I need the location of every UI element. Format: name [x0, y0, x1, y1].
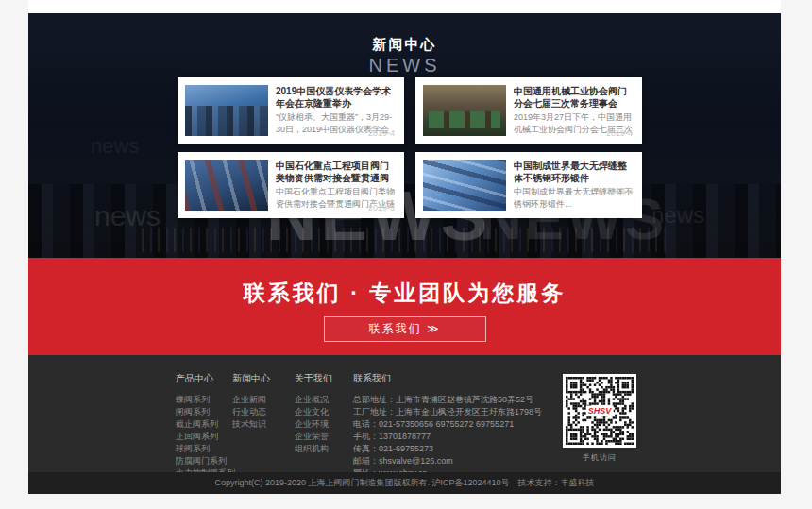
news-thumbnail-industrial-plant [185, 85, 268, 136]
contact-hq-address: 总部地址：上海市青浦区赵巷镇芦沈路58弄52号 [353, 394, 542, 406]
footer-link-company-profile[interactable]: 企业概况 [295, 394, 332, 406]
footer-column-title: 关于我们 [295, 372, 332, 385]
contact-mobile: 手机：13701878777 [353, 431, 542, 443]
news-watermark: news [91, 134, 139, 159]
news-thumbnail-meeting-room [423, 85, 506, 136]
footer-link-technical-knowledge[interactable]: 技术知识 [232, 418, 270, 431]
news-watermark: news [651, 202, 704, 229]
qr-brand-label: SHSV [586, 406, 614, 416]
contact-email: 邮箱：shsvalve@126.com [353, 455, 542, 467]
footer-link-industry-trends[interactable]: 行业动态 [232, 406, 270, 418]
footer-link-globe-valves[interactable]: 截止阀系列 [176, 418, 235, 431]
footer-link-company-news[interactable]: 企业新闻 [232, 394, 270, 406]
news-card[interactable]: 中国制成世界最大无焊缝整体不锈钢环形锻件 中国制成世界最大无焊缝整体不锈钢环形锻… [415, 152, 642, 218]
footer-column-news: 新闻中心 企业新闻 行业动态 技术知识 [232, 372, 270, 431]
news-watermark: news [94, 200, 161, 232]
footer-link-company-culture[interactable]: 企业文化 [295, 406, 332, 418]
news-card-text: 中国制成世界最大无焊缝整体不锈钢环形锻件 中国制成世界最大无焊缝整体不锈钢环形锻… [514, 160, 634, 211]
contact-us-button[interactable]: 联系我们 ≫ [324, 316, 486, 342]
contact-factory-address: 工厂地址：上海市金山枫泾开发区王圩东路1798号 [353, 406, 542, 418]
news-card[interactable]: 中国通用机械工业协会阀门分会七届三次常务理事会（扩大）会议在杭州召开 2019年… [415, 77, 642, 144]
footer-column-title: 联系我们 [353, 372, 542, 385]
qr-area: SHSV 手机访问 [563, 374, 636, 463]
footer-link-company-honors[interactable]: 企业荣誉 [295, 431, 332, 443]
news-card[interactable]: 2019中国仪器仪表学会学术年会在京隆重举办 “仪脉相承、大国重器”，3月29-… [178, 77, 404, 144]
footer-link-ball-valves[interactable]: 球阀系列 [176, 443, 235, 455]
browser-viewport: news NEWS NEWS news news 新闻中心 NEWS 2019中… [0, 0, 812, 509]
contact-phone: 电话：021-57350656 69755272 69755271 [353, 418, 542, 431]
news-card-date: 2019-4 [368, 128, 395, 138]
contact-cta-band: 联系我们 · 专业团队为您服务 联系我们 ≫ [28, 258, 781, 355]
section-subtitle: NEWS [28, 55, 781, 76]
cta-heading: 联系我们 · 专业团队为您服务 [28, 279, 781, 308]
footer-link-gate-valves[interactable]: 闸阀系列 [176, 406, 235, 418]
footer-column-title: 产品中心 [176, 372, 235, 385]
footer-link-butterfly-valves[interactable]: 蝶阀系列 [176, 394, 235, 406]
news-card-title: 中国通用机械工业协会阀门分会七届三次常务理事会（扩大）会议在杭州召开 [514, 85, 634, 110]
footer-column-title: 新闻中心 [232, 372, 270, 385]
footer-link-anticorrosion-valves[interactable]: 防腐阀门系列 [176, 455, 235, 467]
news-thumbnail-refinery-pipes [185, 160, 268, 211]
news-card-title: 中国制成世界最大无焊缝整体不锈钢环形锻件 [514, 160, 634, 184]
footer-column-about: 关于我们 企业概况 企业文化 企业环境 企业荣誉 组织机构 [295, 372, 332, 455]
footer-column-contact: 联系我们 总部地址：上海市青浦区赵巷镇芦沈路58弄52号 工厂地址：上海市金山枫… [353, 372, 542, 480]
footer-link-company-environment[interactable]: 企业环境 [295, 418, 332, 431]
footer-link-organization[interactable]: 组织机构 [295, 443, 332, 455]
footer: 产品中心 蝶阀系列 闸阀系列 截止阀系列 止回阀系列 球阀系列 防腐阀门系列 水… [28, 355, 781, 472]
news-card-date: 2019-3 [606, 186, 633, 195]
footer-link-check-valves[interactable]: 止回阀系列 [176, 431, 235, 443]
footer-column-products: 产品中心 蝶阀系列 闸阀系列 截止阀系列 止回阀系列 球阀系列 防腐阀门系列 水… [176, 372, 235, 480]
news-hero-section: news NEWS NEWS news news 新闻中心 NEWS 2019中… [28, 13, 781, 258]
news-thumbnail-blue-pipes [423, 160, 506, 211]
copyright-bar: Copyright(C) 2019-2020 上海上阀阀门制造集团版权所有. 沪… [28, 472, 781, 494]
news-card[interactable]: 中国石化重点工程项目阀门类物资供需对接会暨贯通阀门产业链推进会顺利召开 中国石化… [178, 152, 404, 218]
section-title: 新闻中心 [28, 36, 781, 54]
news-card-date: 2019-4 [606, 128, 633, 138]
qr-caption: 手机访问 [563, 452, 636, 463]
section-header: 新闻中心 NEWS [28, 36, 781, 76]
news-card-date: 2019-3 [368, 203, 395, 212]
news-card-title: 中国石化重点工程项目阀门类物资供需对接会暨贯通阀门产业链推进会顺利召开 [276, 160, 396, 184]
page-content: news NEWS NEWS news news 新闻中心 NEWS 2019中… [28, 0, 781, 494]
qr-code: SHSV [563, 374, 636, 448]
contact-fax: 传真：021-69755273 [353, 443, 542, 455]
news-card-title: 2019中国仪器仪表学会学术年会在京隆重举办 [276, 85, 396, 110]
